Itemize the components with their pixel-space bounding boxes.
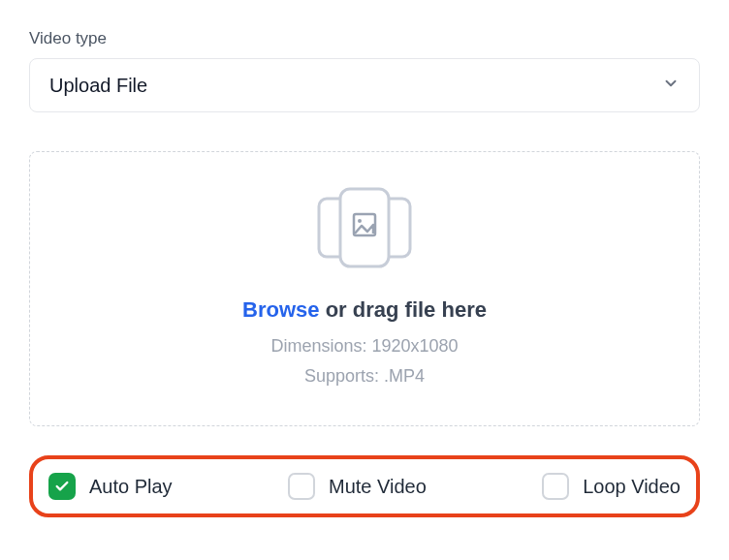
- checkbox-checked-icon: [48, 473, 76, 500]
- video-type-selected-value: Upload File: [49, 75, 662, 97]
- upload-image-icon: [49, 181, 680, 278]
- checkbox-unchecked-icon: [542, 473, 569, 500]
- loop-video-checkbox[interactable]: Loop Video: [542, 473, 681, 500]
- svg-point-4: [358, 219, 362, 223]
- checkbox-unchecked-icon: [288, 473, 315, 500]
- dropzone-dimensions: Dimensions: 1920x1080: [49, 336, 680, 357]
- browse-link[interactable]: Browse: [242, 297, 319, 322]
- video-type-select[interactable]: Upload File: [29, 58, 700, 112]
- video-options-row: Auto Play Mute Video Loop Video: [29, 455, 700, 517]
- dropzone-main-text: Browse or drag file here: [49, 297, 680, 323]
- auto-play-checkbox[interactable]: Auto Play: [48, 473, 173, 500]
- dropzone-supports: Supports: .MP4: [49, 366, 680, 387]
- dropzone-rest-text: or drag file here: [320, 297, 487, 322]
- auto-play-label: Auto Play: [89, 476, 173, 498]
- file-dropzone[interactable]: Browse or drag file here Dimensions: 192…: [29, 151, 700, 426]
- video-type-label: Video type: [29, 29, 700, 48]
- chevron-down-icon: [662, 75, 680, 96]
- loop-video-label: Loop Video: [583, 476, 681, 498]
- mute-video-checkbox[interactable]: Mute Video: [288, 473, 427, 500]
- mute-video-label: Mute Video: [329, 476, 427, 498]
